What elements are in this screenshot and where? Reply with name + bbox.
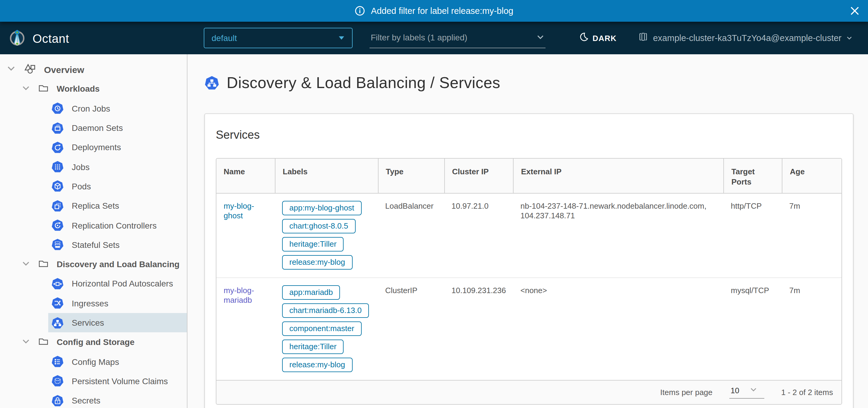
daemon-sets-icon bbox=[51, 121, 64, 134]
label-chips: app:mariadb chart:mariadb-6.13.0 compone… bbox=[282, 285, 371, 372]
label-chip[interactable]: chart:mariadb-6.13.0 bbox=[282, 303, 369, 318]
alert-message: Added filter for label release:my-blog bbox=[371, 6, 513, 16]
page-title-row: Discovery & Load Balancing / Services bbox=[204, 74, 854, 92]
chevron-down-icon bbox=[750, 386, 757, 395]
chevron-down-icon[interactable] bbox=[22, 259, 30, 269]
sidebar-group-discovery-load-balancing[interactable]: Discovery and Load Balancing bbox=[0, 255, 187, 274]
label-chip[interactable]: release:my-blog bbox=[282, 255, 352, 270]
sidebar-group-label: Discovery and Load Balancing bbox=[57, 259, 180, 269]
services-table: Name Labels Type Cluster IP External IP … bbox=[216, 158, 842, 405]
sidebar-item-label: Pods bbox=[72, 181, 91, 191]
external-ip: nb-104-237-148-71.newark.nodebalancer.li… bbox=[513, 194, 724, 278]
table-row: my-blog-ghost app:my-blog-ghost chart:gh… bbox=[216, 194, 841, 278]
sidebar-item-label: Deployments bbox=[72, 143, 121, 152]
sidebar-item-horizontal-pod-autoscalers[interactable]: Horizontal Pod Autoscalers bbox=[48, 274, 187, 294]
sidebar-item-stateful-sets[interactable]: Stateful Sets bbox=[48, 235, 187, 255]
brand: Octant bbox=[8, 29, 69, 49]
sidebar-item-config-maps[interactable]: Config Maps bbox=[48, 352, 187, 372]
moon-icon bbox=[579, 32, 588, 44]
services-icon bbox=[204, 76, 219, 90]
sidebar-item-label: Config Maps bbox=[72, 357, 119, 367]
column-header-cluster-ip: Cluster IP bbox=[444, 158, 513, 194]
sidebar-item-label: Services bbox=[72, 318, 104, 327]
app-name: Octant bbox=[33, 32, 69, 46]
info-circle-icon bbox=[355, 5, 366, 16]
octant-logo bbox=[8, 29, 26, 49]
sidebar-item-label: Horizontal Pod Autoscalers bbox=[72, 279, 173, 289]
sidebar-item-label: Ingresses bbox=[72, 298, 108, 308]
sidebar-item-label: Replica Sets bbox=[72, 201, 119, 210]
sidebar-item-overview[interactable]: Overview bbox=[0, 60, 187, 79]
top-nav: Octant default Filter by labels (1 appli… bbox=[0, 22, 868, 54]
chevron-down-icon bbox=[846, 35, 852, 41]
column-header-age: Age bbox=[782, 158, 841, 194]
close-icon[interactable] bbox=[849, 5, 860, 16]
sidebar: Overview Workloads Cron Jobs Daemon Sets… bbox=[0, 54, 187, 408]
label-chip[interactable]: release:my-blog bbox=[282, 358, 352, 372]
sidebar-item-services[interactable]: Services bbox=[48, 313, 187, 332]
page-title: Discovery & Load Balancing / Services bbox=[227, 74, 500, 92]
cron-jobs-icon bbox=[51, 102, 64, 115]
label-chip[interactable]: heritage:Tiller bbox=[282, 237, 344, 252]
sidebar-item-deployments[interactable]: Deployments bbox=[48, 138, 187, 157]
sidebar-item-pods[interactable]: Pods bbox=[48, 177, 187, 196]
ingresses-icon bbox=[51, 297, 64, 310]
column-header-type: Type bbox=[378, 158, 444, 194]
theme-toggle-button[interactable]: DARK bbox=[579, 32, 617, 44]
chevron-down-icon[interactable] bbox=[7, 64, 16, 75]
cluster-icon bbox=[639, 32, 648, 43]
chevron-down-icon[interactable] bbox=[22, 337, 30, 347]
folder-icon bbox=[37, 257, 50, 271]
sidebar-group-config-storage[interactable]: Config and Storage bbox=[0, 332, 187, 352]
cluster-selector[interactable]: example-cluster-ka3TuTzYo4a@example-clus… bbox=[639, 32, 852, 43]
service-link[interactable]: my-blog-ghost bbox=[224, 201, 254, 220]
theme-toggle-label: DARK bbox=[592, 33, 617, 42]
label-chip[interactable]: heritage:Tiller bbox=[282, 340, 344, 354]
sidebar-item-secrets[interactable]: Secrets bbox=[48, 391, 187, 408]
sidebar-item-daemon-sets[interactable]: Daemon Sets bbox=[48, 118, 187, 138]
main-content: Discovery & Load Balancing / Services Se… bbox=[188, 54, 868, 408]
stateful-sets-icon bbox=[51, 238, 64, 251]
sidebar-item-label: Daemon Sets bbox=[72, 123, 123, 133]
external-ip: <none> bbox=[513, 278, 724, 380]
sidebar-group-workloads[interactable]: Workloads bbox=[0, 79, 187, 99]
sidebar-item-jobs[interactable]: Jobs bbox=[48, 157, 187, 177]
folder-icon bbox=[37, 82, 50, 96]
target-ports: mysql/TCP bbox=[724, 278, 782, 380]
sidebar-item-persistent-volume-claims[interactable]: Persistent Volume Claims bbox=[48, 372, 187, 391]
label-chip[interactable]: app:mariadb bbox=[282, 285, 340, 300]
age: 7m bbox=[782, 278, 841, 380]
page-size-value: 10 bbox=[731, 386, 739, 395]
pvc-icon bbox=[51, 375, 64, 387]
sidebar-item-label: Replication Controllers bbox=[72, 221, 157, 230]
target-ports: http/TCP bbox=[724, 194, 782, 278]
table-header-row: Name Labels Type Cluster IP External IP … bbox=[216, 158, 841, 194]
services-icon bbox=[51, 316, 64, 329]
sidebar-item-ingresses[interactable]: Ingresses bbox=[48, 293, 187, 313]
namespace-dropdown[interactable]: default bbox=[204, 28, 352, 48]
sidebar-item-cron-jobs[interactable]: Cron Jobs bbox=[48, 98, 187, 118]
sidebar-item-replication-controllers[interactable]: Replication Controllers bbox=[48, 215, 187, 235]
sidebar-item-label: Persistent Volume Claims bbox=[72, 376, 168, 386]
label-chip[interactable]: app:my-blog-ghost bbox=[282, 201, 361, 215]
cluster-ip: 10.109.231.236 bbox=[444, 278, 513, 380]
chevron-down-icon bbox=[536, 33, 544, 41]
service-link[interactable]: my-blog-mariadb bbox=[224, 286, 254, 304]
sidebar-item-label: Secrets bbox=[72, 396, 100, 405]
column-header-labels: Labels bbox=[275, 158, 378, 194]
table-row: my-blog-mariadb app:mariadb chart:mariad… bbox=[216, 278, 841, 380]
pagination: Items per page 10 1 - 2 of 2 items bbox=[225, 386, 833, 399]
sidebar-item-replica-sets[interactable]: Replica Sets bbox=[48, 196, 187, 215]
caret-down-icon bbox=[338, 33, 345, 43]
chevron-down-icon[interactable] bbox=[22, 84, 30, 94]
card-title: Services bbox=[216, 128, 842, 142]
label-filter-dropdown[interactable]: Filter by labels (1 applied) bbox=[370, 28, 546, 48]
label-chip[interactable]: chart:ghost-8.0.5 bbox=[282, 219, 355, 233]
label-chip[interactable]: component:master bbox=[282, 321, 361, 336]
sidebar-item-label: Cron Jobs bbox=[72, 104, 110, 113]
secrets-icon bbox=[51, 394, 64, 407]
sidebar-group-label: Workloads bbox=[57, 84, 100, 94]
page-size-select[interactable]: 10 bbox=[730, 386, 764, 399]
pagination-range: 1 - 2 of 2 items bbox=[781, 388, 833, 397]
column-header-name: Name bbox=[216, 158, 275, 194]
